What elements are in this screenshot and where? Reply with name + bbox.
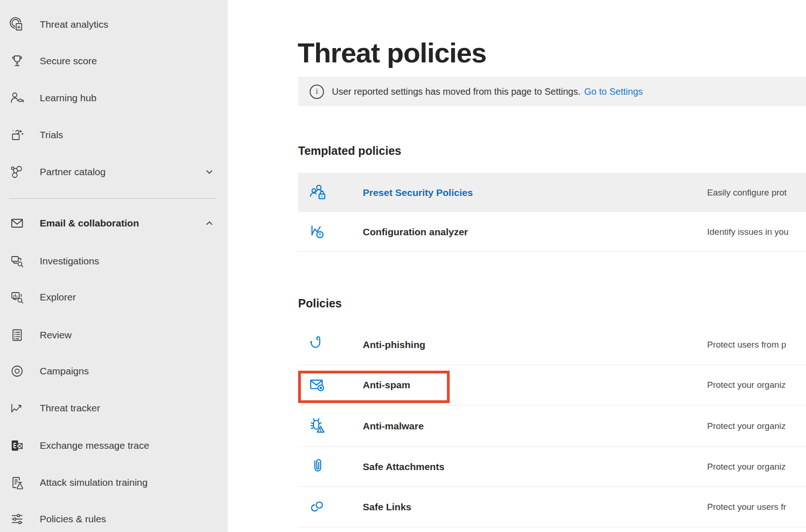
sidebar-item-attack-simulation-training[interactable]: Attack simulation training [0,464,228,501]
section-heading-policies: Policies [298,297,342,310]
attack-simulation-training-icon [9,475,25,490]
sidebar-item-label: Learning hub [40,92,97,104]
sidebar-item-trials[interactable]: Trials [0,116,228,153]
section-heading-templated-policies: Templated policies [298,144,401,158]
sidebar-item-policies-rules[interactable]: Policies & rules [0,501,228,532]
row-description: Easily configure prot [707,188,787,198]
anti-malware-icon [308,416,328,436]
sidebar-item-review[interactable]: Review [0,317,228,354]
sidebar-item-partner-catalog[interactable]: Partner catalog [0,153,228,190]
threat-tracker-icon [9,400,25,416]
row-label[interactable]: Safe Attachments [363,461,445,472]
row-preset-security-policies[interactable]: Preset Security Policies Easily configur… [298,173,806,212]
sidebar-item-label: Investigations [40,256,99,267]
row-anti-malware[interactable]: Anti-malware Protect your organiz [298,405,806,447]
anti-spam-icon [308,375,328,395]
sidebar-item-label: Partner catalog [40,166,105,177]
configuration-analyzer-icon [308,222,328,242]
row-description: Protect users from p [707,340,786,350]
page-title: Threat policies [298,37,486,69]
sidebar-item-label: Threat analytics [40,19,108,30]
sidebar-item-email-collaboration[interactable]: Email & collaboration [0,205,228,242]
review-icon [9,327,25,343]
row-description: Identify issues in you [707,227,788,237]
preset-security-policies-icon [308,183,328,202]
chevron-down-icon[interactable] [205,167,214,177]
sidebar-item-label: Email & collaboration [40,218,139,229]
row-label[interactable]: Anti-phishing [363,339,425,350]
sidebar-item-campaigns[interactable]: Campaigns [0,353,228,390]
sidebar-item-secure-score[interactable]: Secure score [0,43,228,79]
sidebar-divider [9,198,216,199]
campaigns-icon [9,363,25,379]
sidebar-item-threat-analytics[interactable]: Threat analytics [0,6,228,43]
sidebar-item-investigations[interactable]: Investigations [0,243,228,280]
sidebar: Threat analytics Secure score [0,0,228,532]
secure-score-icon [9,53,25,69]
sidebar-item-exchange-message-trace[interactable]: Exchange message trace [0,427,228,464]
threat-policies-page: Threat analytics Secure score [0,0,806,532]
safe-attachments-icon [308,457,328,477]
main-content: Threat policies i User reported settings… [228,0,806,532]
learning-hub-icon [9,90,25,106]
row-safe-links[interactable]: Safe Links Protect your users fr [298,487,806,527]
row-label[interactable]: Anti-spam [363,379,410,391]
sidebar-item-label: Exchange message trace [40,440,149,451]
row-description: Protect your organiz [707,421,786,431]
row-label[interactable]: Configuration analyzer [363,226,468,238]
explorer-icon [9,289,25,305]
row-description: Protect your users fr [707,502,786,512]
partner-catalog-icon [9,164,25,180]
info-banner: i User reported settings has moved from … [298,77,806,106]
sidebar-item-threat-tracker[interactable]: Threat tracker [0,390,228,427]
sidebar-item-label: Review [40,330,72,341]
row-label[interactable]: Safe Links [363,501,411,513]
safe-links-icon [308,497,328,517]
row-configuration-analyzer[interactable]: Configuration analyzer Identify issues i… [298,212,806,252]
row-description: Protect your organiz [707,462,786,472]
banner-message: User reported settings has moved from th… [332,86,580,97]
exchange-message-trace-icon [9,438,25,453]
sidebar-item-label: Campaigns [40,366,89,377]
info-icon: i [310,85,324,99]
sidebar-item-label: Secure score [40,55,97,67]
row-label[interactable]: Preset Security Policies [363,187,473,198]
sidebar-item-label: Threat tracker [40,403,100,414]
sidebar-item-learning-hub[interactable]: Learning hub [0,79,228,116]
row-label[interactable]: Anti-malware [363,421,424,432]
email-collaboration-icon [9,215,25,231]
investigations-icon [9,253,25,269]
sidebar-item-label: Trials [40,129,63,141]
sidebar-item-explorer[interactable]: Explorer [0,279,228,316]
row-anti-phishing[interactable]: Anti-phishing Protect users from p [298,324,806,365]
threat-analytics-icon [9,17,25,32]
sidebar-item-label: Attack simulation training [40,477,147,488]
row-description: Protect your organiz [707,380,786,390]
row-anti-spam[interactable]: Anti-spam Protect your organiz [298,365,806,405]
row-safe-attachments[interactable]: Safe Attachments Protect your organiz [298,447,806,487]
policies-rules-icon [9,511,25,527]
chevron-up-icon[interactable] [205,219,214,228]
sidebar-item-label: Explorer [40,292,76,303]
trials-icon [9,127,25,143]
anti-phishing-icon [308,335,328,355]
go-to-settings-link[interactable]: Go to Settings [584,86,643,97]
sidebar-item-label: Policies & rules [40,514,106,525]
